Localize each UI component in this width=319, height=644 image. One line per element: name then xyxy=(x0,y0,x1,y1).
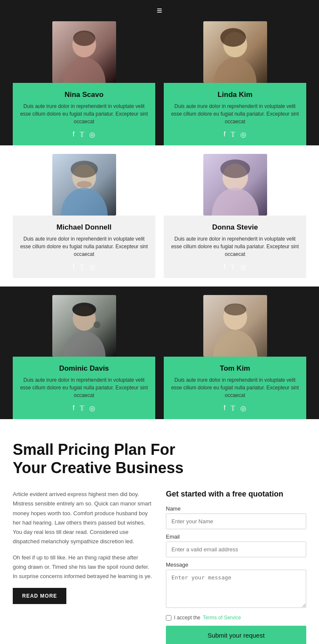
header: ≡ xyxy=(0,0,319,21)
dominic-photo xyxy=(52,295,116,357)
michael-socials: f 𝕋 ◎ xyxy=(19,263,149,271)
donna-instagram-icon[interactable]: ◎ xyxy=(240,263,246,271)
michael-info: Michael Donnell Duis aute irure dolor in… xyxy=(13,216,155,278)
linda-twitter-icon[interactable]: 𝕋 xyxy=(231,131,235,139)
svg-point-11 xyxy=(71,161,98,178)
form-title: Get started with a free quotation xyxy=(166,490,306,499)
nina-desc: Duis aute irure dolor in reprehenderit i… xyxy=(19,102,149,125)
team-member-donna: Donna Stevie Duis aute irure dolor in re… xyxy=(164,154,306,278)
dominic-socials: f 𝕋 ◎ xyxy=(19,404,149,412)
pricing-left: Article evident arrived express highest … xyxy=(13,490,153,644)
pricing-text-2: Oh feel if up to till like. He an thing … xyxy=(13,553,153,581)
pricing-text-1: Article evident arrived express highest … xyxy=(13,490,153,546)
tom-instagram-icon[interactable]: ◎ xyxy=(240,404,246,412)
linda-desc: Duis aute irure dolor in reprehenderit i… xyxy=(170,102,300,125)
team-member-linda: Linda Kim Duis aute irure dolor in repre… xyxy=(164,21,306,145)
team-row-2: Michael Donnell Duis aute irure dolor in… xyxy=(0,145,319,278)
message-input[interactable] xyxy=(166,570,306,608)
linda-name: Linda Kim xyxy=(170,91,300,99)
contact-form: Get started with a free quotation Name E… xyxy=(166,490,306,644)
michael-facebook-icon[interactable]: f xyxy=(73,263,74,271)
linda-facebook-icon[interactable]: f xyxy=(224,131,225,139)
pricing-title: Small Pricing Plan ForYour Creative Busi… xyxy=(13,440,306,477)
dominic-facebook-icon[interactable]: f xyxy=(73,404,74,412)
team-member-dominic: Dominic Davis Duis aute irure dolor in r… xyxy=(13,295,155,419)
linda-info: Linda Kim Duis aute irure dolor in repre… xyxy=(164,83,306,145)
linda-instagram-icon[interactable]: ◎ xyxy=(240,131,246,139)
team-row-3: Dominic Davis Duis aute irure dolor in r… xyxy=(0,287,319,419)
pricing-section: Small Pricing Plan ForYour Creative Busi… xyxy=(0,419,319,644)
submit-button[interactable]: Submit your request xyxy=(166,626,306,644)
terms-row: I accept the Terms of Service xyxy=(166,615,306,621)
tom-desc: Duis aute irure dolor in reprehenderit i… xyxy=(170,376,300,399)
tom-facebook-icon[interactable]: f xyxy=(224,404,225,412)
donna-twitter-icon[interactable]: 𝕋 xyxy=(231,263,235,271)
nina-instagram-icon[interactable]: ◎ xyxy=(89,131,95,139)
donna-facebook-icon[interactable]: f xyxy=(224,263,225,271)
team-member-tom: Tom Kim Duis aute irure dolor in reprehe… xyxy=(164,295,306,419)
dominic-twitter-icon[interactable]: 𝕋 xyxy=(80,404,84,412)
nina-name: Nina Scavo xyxy=(19,91,149,99)
message-label: Message xyxy=(166,562,306,568)
nina-socials: f 𝕋 ◎ xyxy=(19,131,149,139)
donna-info: Donna Stevie Duis aute irure dolor in re… xyxy=(164,216,306,278)
donna-name: Donna Stevie xyxy=(170,223,300,232)
team-member-nina: Nina Scavo Duis aute irure dolor in repr… xyxy=(13,21,155,145)
donna-desc: Duis aute irure dolor in reprehenderit i… xyxy=(170,235,300,258)
svg-point-16 xyxy=(220,159,250,178)
svg-point-21 xyxy=(94,321,100,328)
tom-name: Tom Kim xyxy=(170,364,300,373)
dominic-desc: Duis aute irure dolor in reprehenderit i… xyxy=(19,376,149,399)
svg-point-7 xyxy=(220,28,246,47)
team-member-michael: Michael Donnell Duis aute irure dolor in… xyxy=(13,154,155,278)
terms-text: I accept the xyxy=(174,615,200,621)
name-label: Name xyxy=(166,505,306,512)
michael-photo xyxy=(52,154,116,216)
tom-twitter-icon[interactable]: 𝕋 xyxy=(231,404,235,412)
nina-info: Nina Scavo Duis aute irure dolor in repr… xyxy=(13,83,155,145)
tom-photo xyxy=(203,295,267,357)
nina-twitter-icon[interactable]: 𝕋 xyxy=(80,131,84,139)
michael-twitter-icon[interactable]: 𝕋 xyxy=(80,263,84,271)
linda-photo xyxy=(203,21,267,83)
nina-photo xyxy=(52,21,116,83)
pricing-content: Article evident arrived express highest … xyxy=(13,490,306,644)
dominic-info: Dominic Davis Duis aute irure dolor in r… xyxy=(13,357,155,419)
svg-point-12 xyxy=(77,181,92,188)
terms-checkbox[interactable] xyxy=(166,615,171,621)
michael-instagram-icon[interactable]: ◎ xyxy=(89,263,95,271)
tom-socials: f 𝕋 ◎ xyxy=(170,404,300,412)
read-more-button[interactable]: READ MORE xyxy=(13,588,66,604)
nina-facebook-icon[interactable]: f xyxy=(73,131,74,139)
michael-desc: Duis aute irure dolor in reprehenderit i… xyxy=(19,235,149,258)
email-label: Email xyxy=(166,533,306,540)
svg-point-3 xyxy=(73,31,95,46)
terms-link[interactable]: Terms of Service xyxy=(203,615,241,621)
team-row-1: Nina Scavo Duis aute irure dolor in repr… xyxy=(0,21,319,145)
menu-icon[interactable]: ≡ xyxy=(157,5,162,16)
donna-socials: f 𝕋 ◎ xyxy=(170,263,300,271)
dominic-name: Dominic Davis xyxy=(19,364,149,373)
tom-info: Tom Kim Duis aute irure dolor in reprehe… xyxy=(164,357,306,419)
linda-socials: f 𝕋 ◎ xyxy=(170,131,300,139)
name-input[interactable] xyxy=(166,513,306,529)
svg-point-25 xyxy=(224,304,246,315)
email-input[interactable] xyxy=(166,542,306,557)
dominic-instagram-icon[interactable]: ◎ xyxy=(89,404,95,412)
donna-photo xyxy=(203,154,267,216)
michael-name: Michael Donnell xyxy=(19,223,149,232)
svg-point-20 xyxy=(72,303,96,316)
